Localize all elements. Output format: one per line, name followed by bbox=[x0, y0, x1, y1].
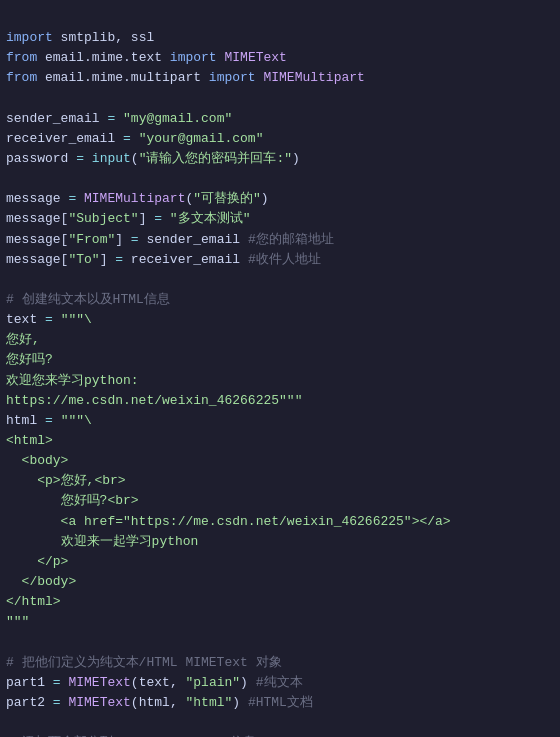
code-editor: import smtplib, ssl from email.mime.text… bbox=[6, 8, 554, 737]
